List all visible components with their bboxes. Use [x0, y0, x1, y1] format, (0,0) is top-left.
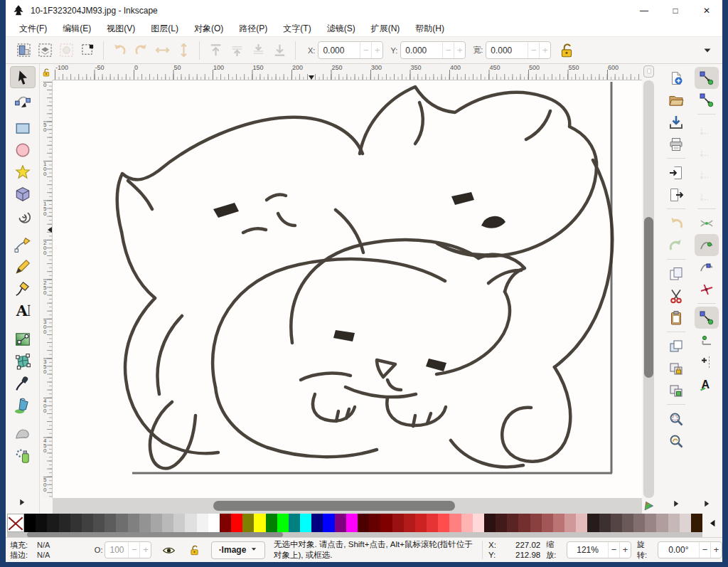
star-tool[interactable]	[10, 161, 36, 183]
lock-ratio-icon[interactable]	[558, 42, 575, 59]
pen-tool[interactable]	[10, 233, 36, 255]
snap-bounding-box-button[interactable]	[695, 89, 719, 111]
menu-item-2[interactable]: 视图(V)	[99, 21, 143, 36]
minimize-button[interactable]: —	[628, 0, 660, 21]
snap-midlines-button[interactable]	[695, 351, 719, 373]
palette-swatch[interactable]	[507, 514, 518, 532]
palette-scroll-thumb[interactable]	[27, 532, 283, 537]
color-managed-display-icon[interactable]	[642, 498, 655, 514]
raise-button[interactable]	[226, 40, 247, 61]
horizontal-scrollbar[interactable]	[53, 498, 642, 514]
gradient-tool[interactable]	[10, 328, 36, 350]
palette-swatch[interactable]	[461, 514, 473, 532]
palette-swatch[interactable]	[151, 514, 162, 532]
canvas[interactable]	[53, 80, 642, 498]
palette-swatch[interactable]	[254, 514, 265, 532]
spray-tool[interactable]	[10, 445, 36, 467]
deselect-button[interactable]	[55, 40, 77, 61]
palette-swatch[interactable]	[599, 514, 611, 532]
flip-vertical-button[interactable]	[173, 40, 194, 61]
palette-swatch[interactable]	[185, 514, 196, 532]
redo-button[interactable]	[664, 234, 688, 256]
menu-item-8[interactable]: 扩展(N)	[363, 21, 408, 36]
palette-swatch[interactable]	[162, 514, 173, 532]
pencil-tool[interactable]	[10, 255, 36, 277]
palette-swatch[interactable]	[404, 514, 415, 532]
paint-bucket-tool[interactable]	[10, 394, 36, 416]
vertical-scroll-thumb[interactable]	[644, 217, 653, 378]
snap-enabled-button[interactable]	[695, 67, 719, 89]
palette-swatch[interactable]	[622, 514, 633, 532]
palette-swatch[interactable]	[496, 514, 507, 532]
palette-swatch[interactable]	[93, 514, 105, 532]
palette-swatch[interactable]	[611, 514, 622, 532]
palette-swatch[interactable]	[311, 514, 323, 532]
paste-button[interactable]	[664, 307, 688, 329]
snap-path-intersections-button[interactable]	[695, 212, 719, 234]
select-all-layers-button[interactable]	[34, 40, 55, 61]
zoom-input[interactable]: 121% − +	[567, 541, 631, 558]
horizontal-scroll-thumb[interactable]	[213, 501, 455, 511]
spiral-tool[interactable]	[10, 205, 36, 227]
palette-swatch[interactable]	[335, 514, 346, 532]
horizontal-ruler[interactable]: -100-50050100150200250300350400450500550…	[53, 64, 642, 80]
snap-nodes-to-paths-button[interactable]	[695, 234, 719, 256]
snap-bar-expand-arrow-icon[interactable]	[702, 498, 711, 507]
save-document-button[interactable]	[664, 111, 688, 133]
palette-swatch[interactable]	[427, 514, 438, 532]
palette-swatch[interactable]	[576, 514, 587, 532]
ellipse-tool[interactable]	[10, 139, 36, 161]
zoom-to-drawing-button[interactable]	[664, 430, 688, 452]
palette-swatch[interactable]	[358, 514, 369, 532]
layer-selector-dropdown[interactable]: ·Image	[211, 541, 265, 559]
palette-scrollbar[interactable]	[7, 532, 702, 537]
palette-swatch[interactable]	[197, 514, 208, 532]
dropper-tool[interactable]	[10, 372, 36, 394]
palette-swatch[interactable]	[277, 514, 289, 532]
undo-button[interactable]	[664, 212, 688, 234]
menu-item-3[interactable]: 图层(L)	[143, 21, 186, 36]
rotation-increment-button[interactable]: +	[710, 542, 722, 558]
palette-swatch[interactable]	[369, 514, 380, 532]
snap-bbox-edges-button[interactable]	[695, 117, 719, 139]
fill-stroke-indicator[interactable]: 填充:N/A 描边:N/A	[10, 540, 89, 560]
copy-button[interactable]	[664, 263, 688, 285]
palette-swatch[interactable]	[415, 514, 427, 532]
ruler-lock-icon[interactable]	[40, 64, 53, 80]
palette-swatch[interactable]	[542, 514, 553, 532]
palette-swatch[interactable]	[553, 514, 564, 532]
palette-swatch[interactable]	[645, 514, 656, 532]
palette-swatch[interactable]	[484, 514, 496, 532]
palette-swatch[interactable]	[105, 514, 116, 532]
toolbox-expand-arrow-icon[interactable]	[18, 497, 26, 505]
opacity-input[interactable]: 100 − +	[105, 541, 151, 558]
create-clone-button[interactable]	[664, 357, 688, 379]
tweak-tool[interactable]	[10, 423, 36, 445]
selection-frame-button[interactable]	[77, 40, 98, 61]
x-increment-button[interactable]: +	[371, 42, 382, 58]
palette-swatch[interactable]	[392, 514, 404, 532]
close-button[interactable]: ✕	[691, 0, 722, 21]
raise-to-top-button[interactable]	[205, 40, 226, 61]
print-document-button[interactable]	[664, 133, 688, 155]
cut-button[interactable]	[664, 285, 688, 307]
palette-swatch[interactable]	[564, 514, 576, 532]
rotation-input[interactable]: 0.00° − +	[658, 541, 722, 558]
palette-swatch[interactable]	[242, 514, 254, 532]
mesh-tool[interactable]	[10, 350, 36, 372]
maximize-button[interactable]: □	[660, 0, 691, 21]
toolbar-overflow-chevron-down-icon[interactable]	[702, 46, 712, 55]
snap-to-corners-button[interactable]	[695, 329, 719, 351]
menu-item-0[interactable]: 文件(F)	[11, 21, 55, 36]
text-tool[interactable]: A	[10, 300, 36, 322]
palette-swatch[interactable]	[691, 514, 702, 532]
no-color-swatch[interactable]	[7, 514, 24, 532]
palette-swatch[interactable]	[300, 514, 311, 532]
snap-bbox-edge-midpoints-button[interactable]	[695, 161, 719, 184]
palette-swatch[interactable]	[473, 514, 484, 532]
export-bitmap-button[interactable]	[664, 184, 688, 206]
x-decrement-button[interactable]: −	[360, 42, 371, 58]
rotate-cw-button[interactable]	[130, 40, 151, 61]
opacity-increment-button[interactable]: +	[139, 542, 151, 558]
menu-item-5[interactable]: 路径(P)	[231, 21, 275, 36]
